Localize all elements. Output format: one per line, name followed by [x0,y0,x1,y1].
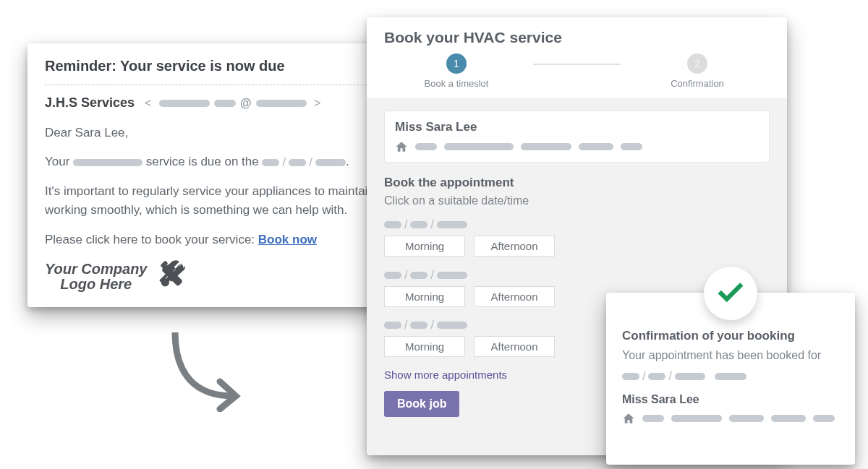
booking-title: Book your HVAC service [384,29,770,46]
confirmation-badge [704,267,757,320]
booking-stepper: 1 Book a timeslot 2 Confirmation [384,53,770,89]
appointment-subtext: Click on a suitable date/time [384,194,770,207]
step-1-number: 1 [446,53,467,74]
wrench-screwdriver-icon [158,259,192,294]
slot-1-afternoon[interactable]: Afternoon [474,236,555,257]
appointment-heading: Book the appointment [384,176,770,190]
confirmation-title: Confirmation of your booking [622,329,839,343]
confirmation-customer-name: Miss Sara Lee [622,393,839,406]
home-icon [395,140,408,153]
step-2: 2 Confirmation [625,53,770,89]
slot-3-afternoon[interactable]: Afternoon [474,336,555,357]
customer-name: Miss Sara Lee [395,120,759,134]
slot-3-morning[interactable]: Morning [384,336,465,357]
confirmation-text: Your appointment has been booked for [622,349,839,362]
check-icon [715,278,746,309]
customer-address-masked [395,140,759,153]
logo-placeholder-text: Your CompanyLogo Here [45,262,148,292]
step-1-label: Book a timeslot [425,78,489,89]
email-from-name: J.H.S Services [45,95,135,111]
confirmation-datetime-masked: // [622,369,839,383]
step-1: 1 Book a timeslot [384,53,529,89]
step-2-number: 2 [687,53,707,74]
customer-info-box: Miss Sara Lee [384,111,770,163]
book-job-button[interactable]: Book job [384,391,459,417]
slot-date-1-masked: // [384,218,770,231]
email-from-address-masked: < @ > [145,97,320,110]
slot-2-morning[interactable]: Morning [384,286,465,307]
book-now-link[interactable]: Book now [258,233,317,246]
home-icon [622,412,635,425]
due-date-masked: // [262,153,345,172]
step-2-label: Confirmation [671,78,724,89]
confirmation-address-masked [622,412,839,425]
confirmation-card: Confirmation of your booking Your appoin… [606,293,855,465]
flow-arrow-icon [161,332,247,412]
slot-1-morning[interactable]: Morning [384,236,465,257]
slot-2-afternoon[interactable]: Afternoon [474,286,555,307]
